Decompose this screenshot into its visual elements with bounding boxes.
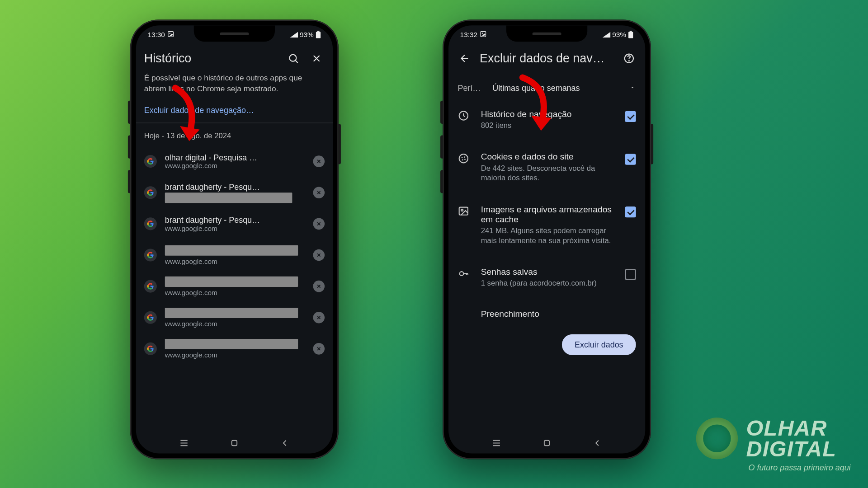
delete-history-item-icon[interactable] [313,249,325,261]
action-row: Excluir dados [448,331,645,364]
svg-rect-2 [316,32,321,38]
history-item-text: brant daugherty - Pesqu…www.google.com [165,215,305,232]
data-type-subtitle: 241 MB. Alguns sites podem carregar mais… [481,225,615,246]
phone-mockup-left: 13:30 93% Histórico [130,20,339,460]
android-nav-bar [448,435,645,454]
chevron-down-icon [629,83,636,92]
image-icon [480,30,486,39]
history-item-url: www.google.com [165,320,305,328]
screen-history: 13:30 93% Histórico [136,25,333,453]
clear-browsing-data-link[interactable]: Excluir dados de navegação… [136,102,333,122]
history-item-url: www.google.com [165,224,305,232]
status-time: 13:32 [460,31,477,39]
history-item-url: www.google.com [165,258,305,266]
data-type-item[interactable]: Preenchimento [448,299,645,331]
home-icon[interactable] [542,438,552,450]
data-type-subtitle: De 442 sites. Desconecta você da maioria… [481,163,615,183]
history-item[interactable]: olhar digital - Pesquisa …www.google.com [136,145,333,177]
data-type-title: Cookies e dados do site [481,151,615,161]
svg-rect-9 [630,31,632,32]
recents-icon[interactable] [491,438,502,450]
notch [194,25,275,42]
data-type-item[interactable]: Cookies e dados do siteDe 442 sites. Des… [448,141,645,194]
redacted-title [165,277,298,287]
data-type-checkbox[interactable] [625,269,636,280]
delete-history-item-icon[interactable] [313,187,325,198]
delete-history-item-icon[interactable] [313,343,325,355]
svg-rect-5 [232,441,237,446]
close-icon[interactable] [308,50,325,66]
favicon-google-icon [144,280,157,292]
page-title: Excluir dados de nav… [480,52,614,66]
period-value: Últimas quatro semanas [492,83,623,92]
back-icon[interactable] [592,438,602,450]
history-item[interactable]: www.google.com [136,239,333,271]
history-item-url: www.google.com [165,289,305,297]
redacted-title [165,308,298,318]
status-battery: 93% [612,31,626,39]
data-type-item[interactable]: Histórico de navegação802 itens [448,99,645,141]
recents-icon[interactable] [179,438,189,450]
data-type-title: Imagens e arquivos armazenados em cache [481,204,615,224]
svg-point-4 [289,55,296,61]
back-arrow-icon[interactable] [457,50,473,66]
favicon-google-icon [144,217,157,230]
app-bar: Excluir dados de nav… [448,44,645,73]
delete-history-item-icon[interactable] [313,218,325,230]
data-type-title: Histórico de navegação [481,109,615,119]
time-range-selector[interactable]: Perí… Últimas quatro semanas [448,73,645,98]
watermark-o-icon [696,418,738,459]
history-content: É possível que o histórico de outros app… [136,73,333,435]
history-item-text: brant daugherty - Pesqu… [165,182,305,203]
android-nav-bar [136,435,333,454]
blank-icon [458,309,470,310]
svg-point-16 [462,159,463,160]
svg-point-7 [482,33,483,34]
svg-point-17 [464,159,466,160]
help-icon[interactable] [621,50,637,66]
clock-icon [458,109,470,124]
history-item[interactable]: www.google.com [136,333,333,364]
search-icon[interactable] [285,50,302,66]
data-type-checkbox[interactable] [625,154,636,164]
history-item-title: brant daugherty - Pesqu… [165,182,305,191]
history-item[interactable]: brant daugherty - Pesqu…www.google.com [136,208,333,239]
data-type-subtitle: 1 senha (para acordocerto.com.br) [481,278,615,288]
data-type-checkbox[interactable] [625,111,636,122]
back-icon[interactable] [279,438,290,450]
data-type-checkbox[interactable] [625,206,636,217]
delete-history-item-icon[interactable] [313,312,325,324]
history-item[interactable]: www.google.com [136,271,333,302]
page-title: Histórico [144,52,278,66]
data-type-item[interactable]: Senhas salvas1 senha (para acordocerto.c… [448,256,645,299]
svg-point-11 [629,61,629,61]
clear-data-button[interactable]: Excluir dados [562,334,636,355]
svg-point-20 [460,272,464,276]
data-type-item[interactable]: Imagens e arquivos armazenados em cache2… [448,193,645,256]
favicon-google-icon [144,155,157,168]
status-battery: 93% [300,31,314,39]
data-type-list: Histórico de navegação802 itensCookies e… [448,99,645,331]
home-icon[interactable] [229,438,240,450]
svg-rect-3 [317,31,319,32]
history-item[interactable]: brant daugherty - Pesqu… [136,177,333,208]
clear-data-content: Perí… Últimas quatro semanas Histórico d… [448,73,645,435]
history-item[interactable]: www.google.com [136,302,333,333]
period-label: Perí… [458,83,486,92]
redacted-url [165,192,292,203]
notch [506,25,587,42]
watermark-text: OLHAR DIGITAL [746,418,836,459]
date-header: Hoje - 13 de ago. de 2024 [136,123,333,145]
data-type-title: Senhas salvas [481,267,615,277]
data-type-text: Preenchimento [481,309,636,321]
favicon-google-icon [144,311,157,324]
history-notice: É possível que o histórico de outros app… [136,73,333,102]
favicon-google-icon [144,186,157,199]
data-type-text: Histórico de navegação802 itens [481,109,615,131]
delete-history-item-icon[interactable] [313,281,325,292]
signal-icon [602,32,610,38]
screen-clear-data: 13:32 93% Excluir dados de nav… [448,25,645,453]
cookie-icon [458,151,470,166]
delete-history-item-icon[interactable] [313,155,325,167]
phone-mockup-right: 13:32 93% Excluir dados de nav… [443,20,651,460]
